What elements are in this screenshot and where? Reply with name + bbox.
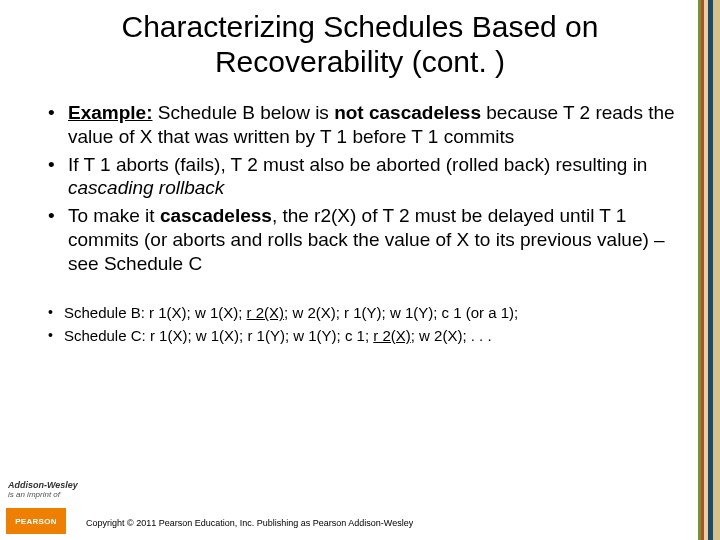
main-bullet-list: Example: Schedule B below is not cascade… xyxy=(46,101,680,275)
bullet-item: Example: Schedule B below is not cascade… xyxy=(46,101,680,149)
schedule-item: Schedule B: r 1(X); w 1(X); r 2(X); w 2(… xyxy=(46,303,680,323)
schedule-list: Schedule B: r 1(X); w 1(X); r 2(X); w 2(… xyxy=(46,303,680,345)
slide-footer: Addison-Wesley is an imprint of PEARSON … xyxy=(0,482,720,540)
decorative-side-stripes xyxy=(698,0,720,540)
copyright-text: Copyright © 2011 Pearson Education, Inc.… xyxy=(86,518,413,528)
pearson-label: PEARSON xyxy=(15,517,57,526)
stripe xyxy=(713,0,720,540)
pearson-logo: PEARSON xyxy=(6,508,66,534)
imprint-brand: Addison-Wesley xyxy=(8,480,78,490)
slide-title: Characterizing Schedules Based on Recove… xyxy=(40,10,680,79)
slide: Characterizing Schedules Based on Recove… xyxy=(0,0,720,540)
imprint-text: Addison-Wesley is an imprint of xyxy=(8,481,78,500)
imprint-line: is an imprint of xyxy=(8,490,60,499)
schedule-item: Schedule C: r 1(X); w 1(X); r 1(Y); w 1(… xyxy=(46,326,680,346)
bullet-item: If T 1 aborts (fails), T 2 must also be … xyxy=(46,153,680,201)
bullet-item: To make it cascadeless, the r2(X) of T 2… xyxy=(46,204,680,275)
